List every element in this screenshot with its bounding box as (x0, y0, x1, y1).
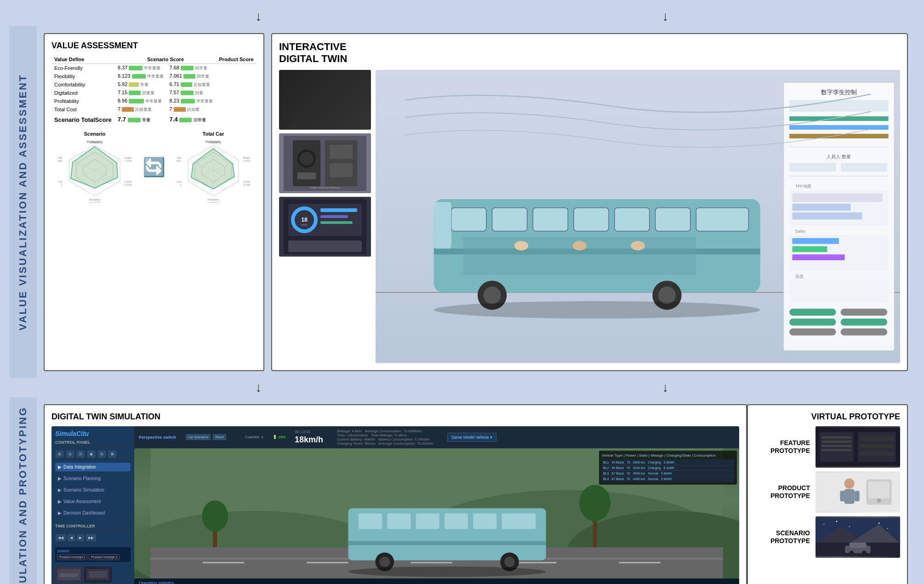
svg-rect-130 (502, 513, 536, 529)
bottom-panel-area: DIGITAL TWIN SIMULATION SimulaCitu Contr… (37, 397, 915, 584)
scenario-score: 8.123 半常量量 (115, 72, 167, 80)
nav-scenario-planning[interactable]: ▶ Scenario Planning (55, 474, 131, 483)
play-btn[interactable]: ▶ (77, 534, 84, 541)
table-row: Eco-Friendly 8.37 半常量量 7.68 回常量 (51, 64, 257, 73)
nav-decision-dashboard[interactable]: ▶ Decision Dashboard (55, 509, 131, 517)
ctrl-btn[interactable]: ◎ (66, 451, 74, 458)
svg-text:8.37982: 8.37982 (58, 160, 63, 162)
scenario-prototype-thumb (816, 516, 900, 558)
ctrl-btn[interactable]: ⊞ (56, 451, 63, 458)
top-panels-container: VALUE ASSESSMENT Value Define Scenario S… (44, 33, 908, 371)
interactive-digital-twin-panel: INTERACTIVEDIGITAL TWIN (271, 33, 908, 371)
svg-rect-128 (445, 513, 468, 529)
play-btn[interactable]: ▶▶ (86, 534, 96, 541)
table-row-detail: BL2 45 Black 70 4200 km Charging 6.1kWh (603, 466, 733, 471)
ctrl-btn[interactable]: ⊟ (98, 451, 106, 458)
digital-twin-sim-panel: DIGITAL TWIN SIMULATION SimulaCitu Contr… (44, 404, 747, 584)
simulation-viewport: Vehicle Type | Power | State | Mileage |… (134, 448, 739, 578)
ctrl-btn[interactable]: ⊡ (77, 451, 85, 458)
svg-rect-84 (789, 319, 836, 326)
svg-rect-91 (533, 208, 568, 231)
total-car-radar-chart: Total Car Profitability 4.23182 (170, 131, 257, 203)
scenario-radar-chart: Scenario (51, 131, 138, 203)
svg-rect-135 (348, 541, 546, 545)
svg-text:人員人 数量: 人員人 数量 (827, 154, 851, 159)
svg-text:温度: 温度 (795, 274, 804, 279)
svg-rect-148 (860, 436, 894, 441)
nav-data-integration[interactable]: ▶ Data Integration (55, 463, 131, 471)
scenario-prototype-label: SCENARIOPROTOTYPE (755, 529, 810, 545)
product-score: 7.57 回量 (167, 89, 216, 97)
svg-rect-55 (320, 221, 353, 224)
play-btn[interactable]: ◀◀ (56, 534, 66, 541)
ctrl-btn[interactable]: ◉ (87, 451, 95, 458)
idt-main-image: 数字孪生控制 人員人 数量 T (376, 70, 900, 363)
total-product-value: 7.4 回常量 (167, 114, 216, 126)
svg-rect-74 (792, 212, 862, 219)
svg-text:Flexibility: Flexibility (208, 198, 219, 201)
vp-title: VIRTUAL PROTOTYPE (755, 412, 900, 422)
top-section-row: VALUE VISUALIZATION AND ASSESSMENT VALUE… (9, 26, 915, 378)
svg-point-152 (844, 478, 855, 488)
nav-value-assessment[interactable]: ▶ Value Assessment (55, 497, 131, 506)
operation-stats-label: Operation statistics (139, 581, 735, 584)
svg-point-104 (573, 241, 587, 250)
ctrl-btn[interactable]: ⊠ (108, 451, 116, 458)
scenario-prototype-image (816, 516, 900, 558)
play-btn[interactable]: ◀ (68, 534, 75, 541)
svg-rect-170 (850, 543, 867, 548)
row-name: Digitalized (51, 89, 115, 97)
feature-prototype-thumb (816, 426, 900, 468)
stats-panel: Mileage: 4.8km Average Consumption: 73.6… (337, 429, 433, 446)
svg-rect-122 (515, 561, 557, 563)
nav-scenario-simulation[interactable]: ▶ Scenario Simulation (55, 486, 131, 494)
svg-rect-126 (387, 513, 411, 529)
svg-rect-123 (619, 561, 661, 563)
table-row-detail: BL4 87 Black 70 4400 km Normal 5.9kWh (603, 477, 733, 481)
col-header-product: Product Score (216, 55, 257, 64)
svg-text:数字孪生控制: 数字孪生控制 (821, 88, 857, 95)
simulation-content: SimulaCitu Control panel ⊞ ◎ ⊡ ◉ ⊟ ⊠ (51, 426, 739, 584)
svg-rect-87 (841, 328, 887, 335)
svg-rect-121 (411, 561, 452, 563)
top-section-label: VALUE VISUALIZATION AND ASSESSMENT (9, 26, 37, 378)
svg-marker-6 (71, 147, 118, 188)
svg-rect-127 (416, 513, 439, 529)
svg-rect-85 (841, 319, 887, 326)
svg-rect-43 (297, 172, 316, 179)
svg-rect-150 (860, 452, 894, 456)
coach-id-label: CoachID: 4 (245, 435, 263, 439)
bottom-section-label: OPERATION SIMULATION AND PROTOTYPING (9, 397, 37, 584)
table-row-detail: BL3 87 Black 70 4500 km Normal 5.8kWh (603, 472, 733, 476)
idt-thumb-1 (279, 70, 371, 130)
scenario-score: 5.92 常量 (115, 80, 167, 89)
virtual-prototype-panel: VIRTUAL PROTOTYPE FEATUREPROTOTYPE (747, 404, 908, 584)
svg-text:1: 1 (180, 183, 182, 186)
svg-point-103 (514, 241, 528, 250)
svg-text:Digitalized: Digitalized (125, 156, 131, 159)
bus-3d-view-svg: 数字孪生控制 人員人 数量 T (376, 70, 900, 363)
product-score: 7.68 回常量 (167, 64, 216, 73)
product-prototype-image (816, 471, 900, 513)
idt-left-thumbs: Coffee Machine Interface 18 (279, 70, 371, 363)
svg-point-138 (202, 500, 228, 532)
perspective-btn[interactable]: Car Scenarios (186, 434, 211, 440)
svg-point-171 (849, 550, 854, 555)
cycle-icon: 🔄 (143, 158, 165, 176)
svg-text:1.38019: 1.38019 (208, 201, 218, 203)
svg-rect-90 (492, 208, 527, 231)
perspective-btn[interactable]: Reset (213, 434, 226, 440)
svg-rect-147 (822, 449, 851, 451)
svg-rect-83 (841, 309, 887, 315)
svg-rect-63 (789, 125, 889, 130)
svg-point-164 (878, 522, 880, 524)
svg-rect-145 (822, 441, 851, 443)
svg-rect-119 (203, 561, 245, 563)
svg-rect-64 (789, 134, 889, 138)
total-car-radar-svg: Profitability 4.23182 Digitalized 7.9161… (177, 138, 250, 203)
svg-point-98 (484, 286, 501, 304)
svg-text:4.23182: 4.23182 (208, 141, 218, 144)
svg-rect-89 (451, 208, 486, 231)
scenario-score: 7.15 回量量 (115, 89, 167, 97)
svg-point-136 (348, 567, 546, 577)
